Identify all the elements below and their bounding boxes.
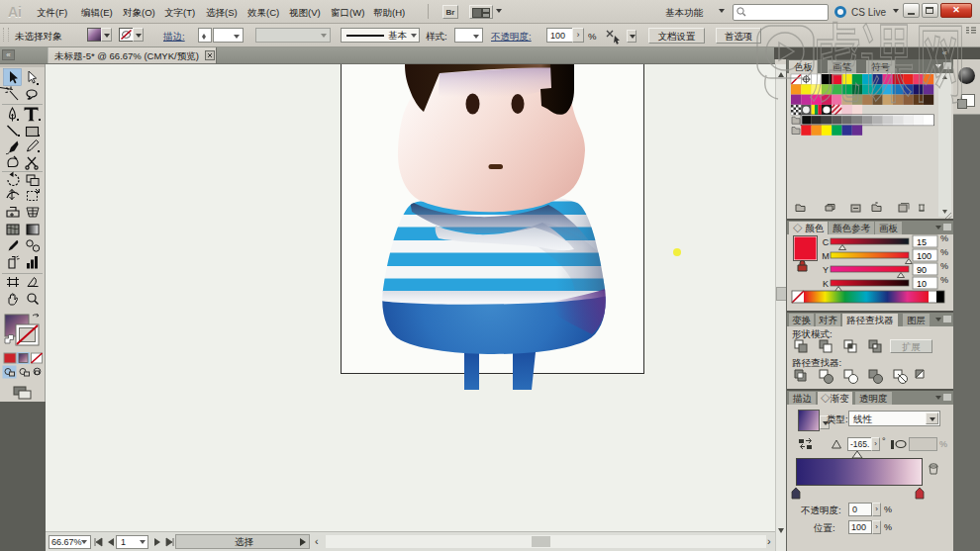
svg-text:90: 90 <box>917 265 927 275</box>
svg-text:C: C <box>823 237 830 247</box>
svg-text:15: 15 <box>917 237 927 247</box>
svg-text:Y: Y <box>823 265 829 275</box>
svg-text:M: M <box>822 251 830 261</box>
svg-text:10: 10 <box>917 279 927 289</box>
svg-text:K: K <box>823 279 829 289</box>
svg-text:100: 100 <box>917 251 931 261</box>
